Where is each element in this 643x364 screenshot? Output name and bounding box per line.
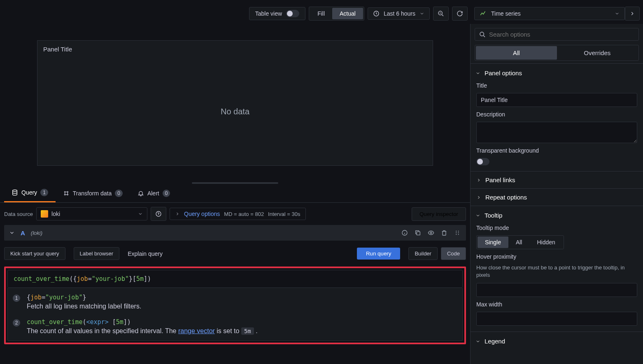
query-id[interactable]: A [21, 230, 25, 236]
hide-button[interactable] [427, 229, 435, 236]
search-icon [479, 31, 486, 38]
maxwidth-input[interactable] [476, 312, 637, 326]
svg-point-3 [156, 211, 161, 216]
query-options-md: MD = auto = 802 [224, 211, 264, 217]
code-button[interactable]: Code [441, 247, 466, 260]
delete-button[interactable] [440, 229, 448, 236]
svg-point-6 [430, 232, 432, 234]
database-icon [12, 189, 18, 196]
editor-mode-selector: Builder Code [408, 247, 466, 260]
explanation-description: Fetch all log lines matching label filte… [27, 303, 141, 310]
refresh-button[interactable] [452, 7, 468, 21]
chevron-down-icon [419, 11, 424, 16]
chevron-down-icon [615, 11, 620, 16]
field-title-input[interactable] [476, 93, 637, 107]
code-token: job [77, 275, 88, 283]
query-options-toggle[interactable]: Query options MD = auto = 802 Interval =… [170, 208, 305, 220]
chevron-right-icon [629, 11, 635, 16]
visualization-picker[interactable]: Time series [474, 7, 625, 20]
query-tabs: Query 1 Transform data 0 Alert 0 [0, 184, 470, 203]
datasource-help-button[interactable] [151, 207, 166, 221]
transparent-toggle[interactable] [476, 158, 489, 165]
query-subtitle: (loki) [31, 230, 42, 236]
section-heading[interactable]: Tooltip [471, 206, 643, 225]
datasource-select[interactable]: loki [36, 207, 147, 220]
visualization-label: Time series [491, 10, 521, 17]
repeat-options-section[interactable]: Repeat options [471, 188, 643, 206]
query-inspector-button[interactable]: Query inspector [412, 207, 466, 221]
explanation-code: {job="your-job"} [27, 294, 141, 301]
code-token: 5m [136, 275, 144, 283]
options-search[interactable] [475, 28, 639, 41]
kickstart-button[interactable]: Kick start your query [4, 247, 65, 260]
field-transparent-label: Transparent background [476, 147, 637, 154]
tooltip-mode-selector: Single All Hidden [476, 235, 564, 249]
collapse-sidebar-button[interactable] [625, 7, 640, 21]
copy-icon [415, 230, 421, 236]
panel-canvas: Panel Title No data [0, 24, 470, 182]
toggle-switch[interactable] [286, 10, 299, 17]
svg-point-2 [13, 190, 17, 191]
query-inspector-label: Query inspector [419, 211, 458, 217]
explain-query-toggle[interactable]: Explain query [128, 250, 163, 257]
copy-button[interactable] [414, 229, 422, 236]
section-body: Title Description Transparent background [471, 82, 643, 171]
section-heading[interactable]: Panel options [471, 64, 643, 82]
query-options-interval: Interval = 30s [268, 211, 300, 217]
subtab-all[interactable]: All [476, 46, 557, 60]
svg-point-11 [458, 232, 459, 233]
drag-handle[interactable] [454, 229, 461, 236]
tooltip-mode-all[interactable]: All [508, 236, 530, 248]
kbd: 5m [241, 327, 254, 335]
zoom-out-icon [438, 10, 444, 17]
maxwidth-label: Max width [476, 301, 637, 308]
chevron-down-icon [475, 213, 480, 218]
section-body: Tooltip mode Single All Hidden Hover pro… [471, 225, 643, 332]
options-subtabs: All Overrides [475, 45, 639, 61]
chevron-down-icon[interactable] [9, 230, 15, 236]
visualization-picker-wrap: Time series [471, 7, 640, 21]
builder-button[interactable]: Builder [408, 247, 437, 260]
section-tooltip: Tooltip Tooltip mode Single All Hidden H… [471, 206, 643, 332]
tooltip-mode-hidden[interactable]: Hidden [529, 236, 562, 248]
label-browser-button[interactable]: Label browser [74, 247, 120, 260]
tooltip-mode-single[interactable]: Single [478, 236, 508, 248]
fit-selector: Fill Actual [309, 7, 364, 21]
tab-transform[interactable]: Transform data 0 [56, 184, 130, 202]
panel: Panel Title No data [37, 40, 433, 166]
query-panel: Data source loki Query options MD = auto… [0, 203, 470, 348]
loki-logo-icon [41, 210, 48, 218]
zoom-out-button[interactable] [433, 7, 449, 21]
query-code-input[interactable]: count_over_time({job="your-job"}[5m]) [7, 270, 463, 288]
tab-alert[interactable]: Alert 0 [130, 184, 177, 202]
bell-icon [137, 190, 144, 197]
explanation-list: 1 {job="your-job"} Fetch all log lines m… [7, 288, 463, 341]
chevron-right-icon [175, 211, 180, 216]
trash-icon [441, 230, 447, 236]
query-controls: Kick start your query Label browser Expl… [4, 245, 466, 262]
help-button[interactable] [401, 229, 408, 236]
run-query-button[interactable]: Run query [357, 248, 401, 260]
chevron-down-icon [475, 339, 480, 344]
section-heading[interactable]: Legend [471, 332, 643, 350]
panel-links-section[interactable]: Panel links [471, 171, 643, 188]
chevron-right-icon [476, 195, 481, 200]
svg-point-9 [456, 234, 457, 235]
code-token: ({ [69, 275, 77, 283]
fill-button[interactable]: Fill [310, 8, 332, 19]
clock-icon [373, 10, 380, 17]
field-title-label: Title [476, 82, 637, 89]
actual-button[interactable]: Actual [332, 8, 363, 19]
table-view-toggle[interactable]: Table view [249, 7, 305, 20]
tab-query[interactable]: Query 1 [4, 184, 56, 202]
hover-proximity-input[interactable] [476, 283, 637, 297]
field-desc-input[interactable] [476, 122, 637, 143]
time-range-picker[interactable]: Last 6 hours [368, 7, 430, 20]
search-input[interactable] [489, 31, 634, 38]
range-vector-link[interactable]: range vector [178, 327, 215, 334]
tab-query-count: 1 [40, 189, 48, 196]
explanation-description: The count of all values in the specified… [27, 327, 258, 335]
info-icon [401, 230, 408, 236]
svg-point-13 [480, 32, 484, 36]
subtab-overrides[interactable]: Overrides [557, 46, 638, 60]
